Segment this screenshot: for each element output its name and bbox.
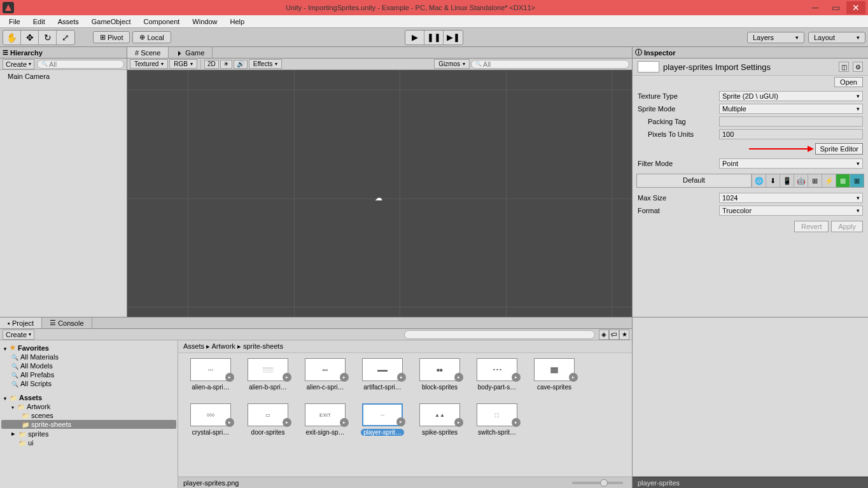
menu-window[interactable]: Window: [186, 17, 223, 27]
sprite-item[interactable]: ▬▬▸artifact-spri…: [360, 358, 405, 391]
sprite-item[interactable]: ░░░▸alien-b-spri…: [246, 358, 290, 391]
format-dropdown[interactable]: Truecolor: [719, 206, 863, 216]
gizmos-dropdown[interactable]: Gizmos: [434, 59, 470, 69]
expand-icon[interactable]: ▸: [225, 373, 234, 382]
tree-sprites[interactable]: ▸sprites: [1, 429, 176, 438]
menu-edit[interactable]: Edit: [27, 17, 52, 27]
move-tool[interactable]: ✥: [21, 31, 39, 45]
2d-toggle[interactable]: 2D: [204, 60, 219, 69]
hierarchy-create[interactable]: Create: [3, 59, 34, 69]
rotate-tool[interactable]: ↻: [39, 31, 57, 45]
sprite-mode-dropdown[interactable]: Multiple: [719, 104, 863, 114]
maximize-button[interactable]: ▭: [826, 1, 845, 14]
sprite-item[interactable]: ■■▸block-sprites: [417, 358, 462, 391]
play-button[interactable]: ▶: [405, 31, 424, 45]
sprite-item[interactable]: ▭▸door-sprites: [246, 403, 290, 436]
apply-button[interactable]: Apply: [831, 221, 863, 232]
sprite-item[interactable]: ▫▫▫▸alien-a-spri…: [188, 358, 233, 391]
sprite-thumbnail[interactable]: ···▸: [362, 403, 403, 426]
expand-icon[interactable]: ▸: [340, 418, 349, 427]
platform-wp8-icon[interactable]: ⊞: [850, 174, 864, 187]
local-toggle[interactable]: ⊕ Local: [132, 31, 171, 43]
hierarchy-header[interactable]: ☰Hierarchy: [0, 47, 127, 59]
search-by-type-icon[interactable]: ◈: [599, 330, 609, 340]
menu-file[interactable]: File: [3, 17, 27, 27]
tree-scenes[interactable]: scenes: [1, 411, 176, 420]
project-search[interactable]: [404, 330, 595, 339]
expand-icon[interactable]: ▸: [225, 418, 234, 427]
menu-component[interactable]: Component: [137, 17, 186, 27]
inspector-header[interactable]: Inspector: [633, 47, 868, 59]
max-size-dropdown[interactable]: 1024: [719, 193, 863, 203]
sprite-thumbnail[interactable]: ▪▪▪▸: [305, 358, 346, 381]
expand-icon[interactable]: ▸: [283, 373, 291, 382]
shading-dropdown[interactable]: Textured: [130, 59, 168, 69]
sprite-item[interactable]: ▓▓▸cave-sprites: [532, 358, 577, 391]
tree-ui[interactable]: ui: [1, 438, 176, 447]
close-button[interactable]: ✕: [846, 1, 865, 14]
menu-assets[interactable]: Assets: [52, 17, 85, 27]
expand-icon[interactable]: ▸: [512, 373, 521, 382]
sprite-thumbnail[interactable]: ▬▬▸: [362, 358, 403, 381]
tab-scene[interactable]: # Scene: [127, 47, 169, 58]
fav-all-scripts[interactable]: All Scripts: [1, 379, 176, 388]
pivot-toggle[interactable]: ⊞ Pivot: [93, 31, 130, 43]
expand-icon[interactable]: ▸: [512, 418, 521, 427]
sprite-thumbnail[interactable]: ▫▫▫▸: [190, 358, 231, 381]
audio-toggle[interactable]: 🔊: [234, 60, 248, 69]
filter-mode-dropdown[interactable]: Point: [719, 158, 863, 169]
sprite-item[interactable]: ∘∘∘▸body-part-s…: [475, 358, 519, 391]
sprite-item[interactable]: ◊◊◊▸crystal-spri…: [188, 403, 233, 436]
platform-default[interactable]: Default: [637, 174, 752, 187]
sprite-thumbnail[interactable]: ⬚▸: [477, 403, 517, 426]
scene-sprite[interactable]: ☁: [375, 193, 382, 202]
effects-dropdown[interactable]: Effects: [249, 59, 282, 69]
hierarchy-item[interactable]: Main Camera: [3, 71, 124, 81]
scene-viewport[interactable]: ☁: [127, 70, 632, 317]
menu-gameobject[interactable]: GameObject: [85, 17, 137, 27]
platform-flash-icon[interactable]: ⚡: [822, 174, 836, 187]
pause-button[interactable]: ❚❚: [424, 31, 444, 45]
sprite-thumbnail[interactable]: ▭▸: [248, 403, 288, 426]
sprite-item[interactable]: EXIT▸exit-sign-sp…: [303, 403, 347, 436]
sprite-thumbnail[interactable]: ∘∘∘▸: [477, 358, 517, 381]
rgb-dropdown[interactable]: RGB: [169, 59, 197, 69]
platform-ios-icon[interactable]: 📱: [780, 174, 794, 187]
gear-icon[interactable]: ⚙: [853, 62, 863, 72]
tab-console[interactable]: ☰ Console: [42, 317, 92, 328]
menu-help[interactable]: Help: [223, 17, 251, 27]
tab-game[interactable]: ⏵ Game: [169, 47, 213, 58]
hand-tool[interactable]: ✋: [3, 31, 21, 45]
layers-dropdown[interactable]: Layers: [747, 32, 804, 43]
packing-tag-input[interactable]: [719, 116, 863, 127]
sprite-thumbnail[interactable]: ■■▸: [419, 358, 460, 381]
open-button[interactable]: Open: [834, 77, 863, 87]
layout-dropdown[interactable]: Layout: [808, 32, 865, 43]
sprite-thumbnail[interactable]: ░░░▸: [248, 358, 288, 381]
fav-all-models[interactable]: All Models: [1, 361, 176, 370]
sprite-thumbnail[interactable]: ▲▲▸: [419, 403, 460, 426]
favorites-header[interactable]: Favorites: [1, 343, 176, 352]
fav-all-prefabs[interactable]: All Prefabs: [1, 370, 176, 379]
pixels-to-units-input[interactable]: 100: [719, 129, 863, 139]
tree-artwork[interactable]: Artwork: [1, 402, 176, 411]
save-search-icon[interactable]: ★: [619, 330, 629, 340]
sprite-thumbnail[interactable]: ◊◊◊▸: [190, 403, 231, 426]
tree-sprite-sheets[interactable]: sprite-sheets: [1, 420, 176, 429]
platform-web-icon[interactable]: 🌐: [752, 174, 766, 187]
sprite-item[interactable]: ···▸player-sprit…: [360, 403, 405, 436]
tab-project[interactable]: ▪ Project: [0, 317, 42, 328]
breadcrumb[interactable]: Assets ▸ Artwork ▸ sprite-sheets: [178, 340, 632, 353]
assets-header[interactable]: Assets: [1, 393, 176, 402]
fav-all-materials[interactable]: All Materials: [1, 352, 176, 361]
hierarchy-search[interactable]: All: [37, 60, 124, 69]
sprite-thumbnail[interactable]: EXIT▸: [305, 403, 346, 426]
scale-tool[interactable]: ⤢: [57, 31, 74, 45]
project-create[interactable]: Create: [3, 330, 34, 340]
sprite-thumbnail[interactable]: ▓▓▸: [534, 358, 575, 381]
expand-icon[interactable]: ▸: [454, 418, 463, 427]
expand-icon[interactable]: ▸: [396, 417, 405, 426]
expand-icon[interactable]: ▸: [397, 373, 406, 382]
step-button[interactable]: ▶❚: [444, 31, 463, 45]
expand-icon[interactable]: ▸: [283, 418, 291, 427]
